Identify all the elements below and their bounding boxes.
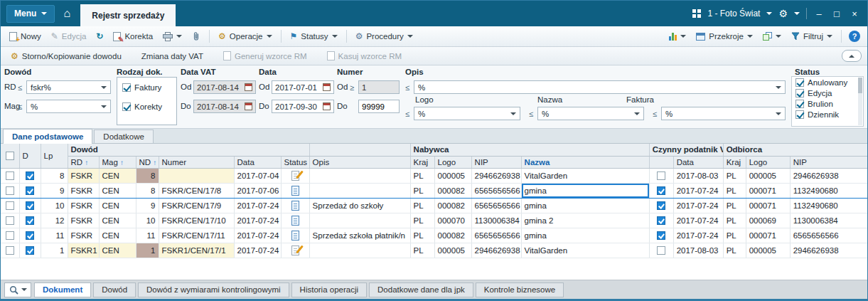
row-select-cell[interactable] bbox=[1, 243, 19, 258]
rd-operator[interactable]: ≤ bbox=[18, 83, 22, 92]
checkbox[interactable] bbox=[657, 171, 665, 180]
cell-o_kraj[interactable]: PL bbox=[723, 168, 746, 183]
tab-dane-podstawowe[interactable]: Dane podstawowe bbox=[3, 129, 92, 144]
col-mag-header[interactable]: Mag↑ bbox=[99, 156, 136, 168]
col-odbiorca-logo-header[interactable]: Logo bbox=[746, 156, 790, 168]
cell-vat_data[interactable]: 2017-07-24 bbox=[673, 198, 723, 213]
cell-nd[interactable]: 1 bbox=[136, 243, 159, 258]
cell-lp[interactable]: 9 bbox=[41, 183, 68, 198]
checkbox[interactable] bbox=[6, 186, 14, 195]
col-rd-header[interactable]: RD↑ bbox=[68, 156, 99, 168]
cell-d[interactable] bbox=[19, 243, 41, 258]
cell-rd[interactable]: FSKR bbox=[68, 183, 99, 198]
cell-o_nip[interactable]: 2946626938 bbox=[790, 243, 867, 258]
checkbox[interactable] bbox=[6, 201, 14, 210]
cell-kraj[interactable]: PL bbox=[410, 213, 434, 228]
col-odbiorca-kraj-header[interactable]: Kraj bbox=[723, 156, 746, 168]
opis-operator[interactable]: ≤ bbox=[405, 83, 409, 92]
numer-do-input[interactable] bbox=[358, 100, 400, 113]
data-od-field[interactable]: 2017-07-01 bbox=[272, 80, 334, 94]
cell-opis[interactable]: Sprzedaż do szkoły bbox=[309, 198, 410, 213]
cell-mag[interactable]: CEN bbox=[99, 243, 136, 258]
cell-vat[interactable] bbox=[649, 183, 673, 198]
row-select-cell[interactable] bbox=[1, 213, 19, 228]
data-do-field[interactable]: 2017-09-30 bbox=[272, 100, 334, 113]
cell-o_kraj[interactable]: PL bbox=[723, 213, 746, 228]
attachment-button[interactable] bbox=[188, 29, 205, 43]
cell-o_logo[interactable]: 000069 bbox=[746, 213, 790, 228]
faktura-operator[interactable]: ≤ bbox=[653, 110, 657, 118]
row-select-cell[interactable] bbox=[1, 228, 19, 243]
nazwa-operator[interactable]: ≤ bbox=[529, 110, 533, 118]
window-tab-rejestr-sprzedazy[interactable]: Rejestr sprzedaży bbox=[80, 4, 176, 26]
calendar-icon[interactable] bbox=[323, 83, 331, 91]
operacje-button[interactable]: ⚙ Operacje bbox=[214, 30, 276, 43]
cell-data[interactable]: 2017-07-24 bbox=[234, 213, 281, 228]
cell-kraj[interactable]: PL bbox=[410, 183, 434, 198]
refresh-button[interactable]: ↻ bbox=[92, 30, 107, 43]
cell-lp[interactable]: 12 bbox=[41, 213, 68, 228]
cell-d[interactable] bbox=[19, 228, 41, 243]
status-icon-cell[interactable] bbox=[281, 168, 309, 183]
cell-nip[interactable]: 6565656566 bbox=[471, 198, 521, 213]
calendar-icon[interactable] bbox=[323, 102, 331, 110]
checkbox[interactable] bbox=[795, 78, 804, 87]
cell-opis[interactable]: Sprzedaż szkoła płatnik/n bbox=[309, 228, 410, 243]
checkbox[interactable] bbox=[657, 201, 665, 210]
checkbox[interactable] bbox=[6, 246, 14, 255]
cell-numer[interactable]: FSKR/CEN/17/8 bbox=[159, 183, 234, 198]
cell-mag[interactable]: CEN bbox=[99, 168, 136, 183]
close-button[interactable]: × bbox=[849, 9, 860, 19]
kasuj-wzorce-button[interactable]: Kasuj wzorce RM bbox=[323, 49, 406, 63]
row-select-cell[interactable] bbox=[1, 168, 19, 183]
cell-nazwa[interactable]: gmina bbox=[521, 228, 649, 243]
cell-vat[interactable] bbox=[649, 168, 673, 183]
footer-tab[interactable]: Historia operacji bbox=[291, 282, 367, 297]
data-vat-do-field[interactable]: 2017-08-14 bbox=[193, 100, 256, 113]
cell-o_kraj[interactable]: PL bbox=[723, 228, 746, 243]
cell-numer[interactable]: FSKR/CEN/17/10 bbox=[159, 213, 234, 228]
apps-grid-icon[interactable] bbox=[692, 9, 701, 18]
cell-nazwa[interactable]: gmina 2 bbox=[521, 213, 649, 228]
generuj-wzorce-button[interactable]: Generuj wzorce RM bbox=[219, 49, 311, 63]
tab-dodatkowe[interactable]: Dodatkowe bbox=[94, 130, 154, 143]
checkbox[interactable] bbox=[795, 100, 804, 108]
cell-o_kraj[interactable]: PL bbox=[723, 243, 746, 258]
cell-data[interactable]: 2017-07-06 bbox=[234, 183, 281, 198]
col-logo-header[interactable]: Logo bbox=[434, 156, 471, 168]
cell-kraj[interactable]: PL bbox=[410, 168, 434, 183]
cell-nd[interactable]: 8 bbox=[136, 168, 159, 183]
storno-button[interactable]: ⚙ Storno/Kopiowanie dowodu bbox=[6, 50, 126, 63]
cell-lp[interactable]: 8 bbox=[41, 168, 68, 183]
table-row[interactable]: 1FSKR1CEN1FSKR1/CEN/17/12017-07-24PL0000… bbox=[1, 243, 867, 258]
table-row[interactable]: 9FSKRCEN8FSKR/CEN/17/82017-07-06PL000082… bbox=[1, 183, 867, 198]
minimize-button[interactable]: – bbox=[813, 9, 825, 19]
cell-opis[interactable] bbox=[309, 213, 410, 228]
cell-logo[interactable]: 000082 bbox=[434, 228, 471, 243]
cell-data[interactable]: 2017-07-24 bbox=[234, 198, 281, 213]
cell-mag[interactable]: CEN bbox=[99, 183, 136, 198]
row-select-cell[interactable] bbox=[1, 183, 19, 198]
checkbox[interactable] bbox=[657, 216, 665, 225]
col-d-header[interactable]: D bbox=[19, 144, 41, 168]
cell-logo[interactable]: 000070 bbox=[434, 213, 471, 228]
checkbox[interactable] bbox=[6, 231, 14, 240]
cell-mag[interactable]: CEN bbox=[99, 198, 136, 213]
status-icon-cell[interactable] bbox=[281, 213, 309, 228]
table-row[interactable]: 10FSKRCEN9FSKR/CEN/17/92017-07-24Sprzeda… bbox=[1, 198, 867, 213]
korekty-checkbox-row[interactable]: Korekty bbox=[122, 102, 171, 111]
przekroje-button[interactable]: Przekroje bbox=[692, 30, 757, 43]
cell-nazwa[interactable]: VitalGarden bbox=[521, 168, 649, 183]
table-row[interactable]: 12FSKRCEN10FSKR/CEN/17/102017-07-24PL000… bbox=[1, 213, 867, 228]
cell-vat_data[interactable]: 2017-08-03 bbox=[673, 168, 723, 183]
gear-icon[interactable]: ⚙ bbox=[778, 9, 788, 18]
cell-logo[interactable]: 000082 bbox=[434, 198, 471, 213]
cell-o_kraj[interactable]: PL bbox=[723, 183, 746, 198]
calendar-icon[interactable] bbox=[245, 102, 252, 110]
cell-o_kraj[interactable]: PL bbox=[723, 198, 746, 213]
status-icon-cell[interactable] bbox=[281, 228, 309, 243]
calendar-icon[interactable] bbox=[245, 83, 252, 91]
cell-data[interactable]: 2017-07-24 bbox=[234, 228, 281, 243]
faktura-combobox[interactable]: % bbox=[661, 107, 786, 120]
status-icon-cell[interactable] bbox=[281, 183, 309, 198]
